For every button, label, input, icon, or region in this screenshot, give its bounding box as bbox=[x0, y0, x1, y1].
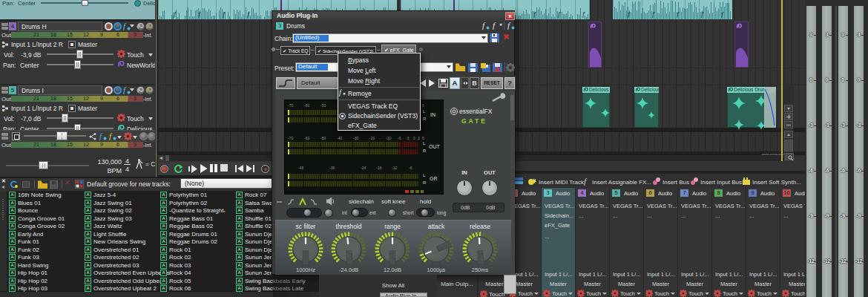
svg-text:f: f bbox=[507, 22, 511, 30]
svg-text:f: f bbox=[339, 89, 342, 97]
svg-text:f: f bbox=[123, 86, 127, 94]
svg-text:f: f bbox=[99, 132, 103, 140]
svg-text:f: f bbox=[123, 22, 127, 30]
svg-text:f: f bbox=[109, 132, 113, 140]
svg-text:f: f bbox=[584, 177, 588, 186]
svg-text:f: f bbox=[482, 22, 486, 30]
svg-text:f: f bbox=[493, 22, 496, 30]
